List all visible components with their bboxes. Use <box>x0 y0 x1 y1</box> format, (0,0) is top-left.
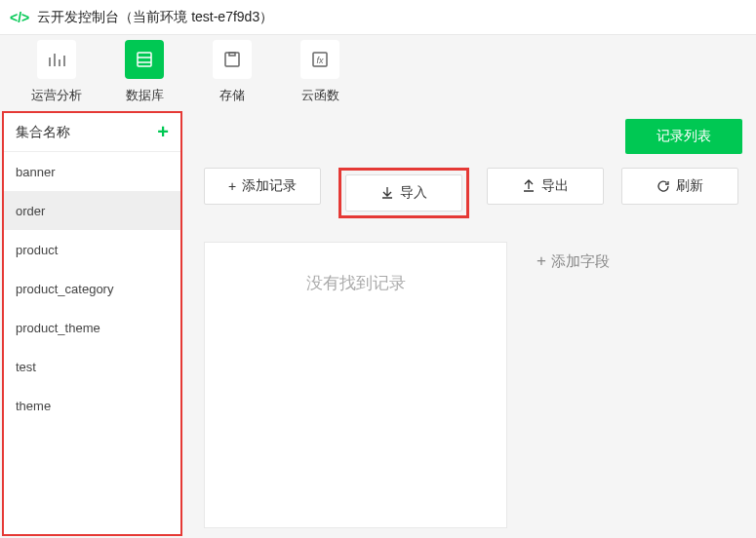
tab-label: 存储 <box>219 87 245 104</box>
plus-icon: + <box>537 251 546 271</box>
collection-list: bannerorderproductproduct_categoryproduc… <box>4 152 180 534</box>
svg-rect-4 <box>229 53 235 56</box>
tab-analytics[interactable]: 运营分析 <box>18 40 96 104</box>
collection-item[interactable]: product_category <box>4 269 180 308</box>
tab-storage[interactable]: 存储 <box>193 40 271 104</box>
refresh-label: 刷新 <box>676 177 703 195</box>
records-panel: 没有找到记录 <box>204 242 507 528</box>
analytics-icon <box>37 40 76 79</box>
tab-label: 运营分析 <box>31 87 82 104</box>
database-icon <box>125 40 164 79</box>
collection-sidebar: 集合名称 + bannerorderproductproduct_categor… <box>2 111 182 536</box>
main-area: 记录列表 + 添加记录 导入 导出 刷新 <box>184 109 756 538</box>
storage-icon <box>213 40 252 79</box>
svg-rect-3 <box>225 53 239 66</box>
sidebar-title: 集合名称 <box>16 124 70 141</box>
import-button[interactable]: 导入 <box>345 174 462 211</box>
refresh-button[interactable]: 刷新 <box>621 168 738 205</box>
collection-item[interactable]: order <box>4 191 180 230</box>
add-field-label: 添加字段 <box>551 252 610 271</box>
plus-icon: + <box>228 178 236 194</box>
svg-rect-0 <box>138 53 151 66</box>
collection-item[interactable]: product_theme <box>4 308 180 347</box>
download-icon <box>380 186 394 200</box>
import-label: 导入 <box>400 184 427 202</box>
add-collection-icon[interactable]: + <box>157 121 169 143</box>
upload-icon <box>522 179 536 193</box>
add-record-label: 添加记录 <box>242 177 297 195</box>
add-field-button[interactable]: + 添加字段 <box>537 251 746 271</box>
add-record-button[interactable]: + 添加记录 <box>204 168 321 205</box>
svg-text:fx: fx <box>316 56 324 65</box>
refresh-icon <box>657 179 670 193</box>
empty-text: 没有找到记录 <box>306 272 406 294</box>
tab-label: 云函数 <box>301 87 339 104</box>
tab-label: 数据库 <box>126 87 164 104</box>
collection-item[interactable]: banner <box>4 152 180 191</box>
export-button[interactable]: 导出 <box>487 168 604 205</box>
import-highlight: 导入 <box>338 168 469 218</box>
collection-item[interactable]: theme <box>4 386 180 425</box>
tab-database[interactable]: 数据库 <box>105 40 183 104</box>
export-label: 导出 <box>541 177 569 195</box>
titlebar: </> 云开发控制台（当前环境 test-e7f9d3） <box>0 0 756 35</box>
window-title: 云开发控制台（当前环境 test-e7f9d3） <box>37 9 273 26</box>
tab-functions[interactable]: fx 云函数 <box>281 40 359 104</box>
collection-item[interactable]: product <box>4 230 180 269</box>
function-icon: fx <box>300 40 339 79</box>
collection-item[interactable]: test <box>4 347 180 386</box>
action-row: + 添加记录 导入 导出 刷新 <box>204 168 756 218</box>
app-logo-icon: </> <box>10 10 29 25</box>
fields-panel: + 添加字段 <box>527 242 756 528</box>
sidebar-header: 集合名称 + <box>4 113 180 152</box>
nav-tabs: 运营分析 数据库 存储 fx 云函数 <box>0 35 756 109</box>
record-list-button[interactable]: 记录列表 <box>625 119 742 154</box>
